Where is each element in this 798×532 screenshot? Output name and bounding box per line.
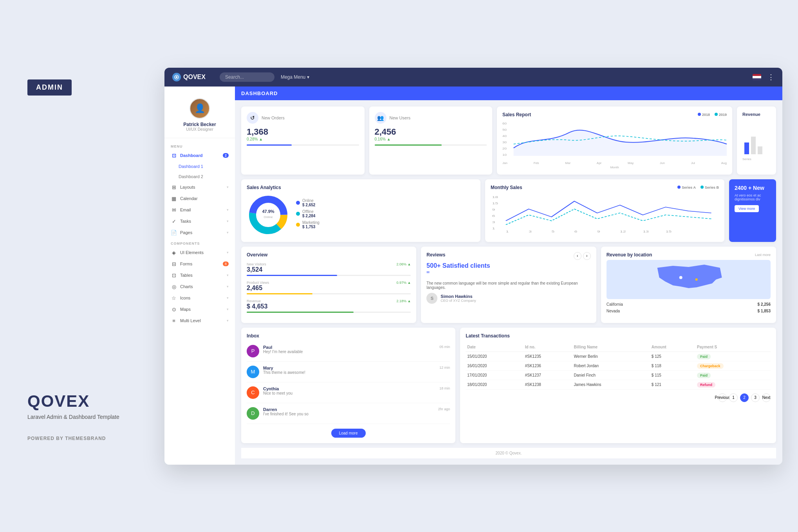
svg-text:20: 20 bbox=[502, 147, 507, 150]
location-california: California $ 2,256 bbox=[607, 302, 771, 307]
menu-section-label: MENU bbox=[164, 141, 235, 150]
sales-report-legend: 2018 2019 bbox=[698, 113, 727, 117]
sidebar-item-icons[interactable]: ☆ Icons ▾ bbox=[164, 292, 235, 304]
svg-text:9: 9 bbox=[492, 208, 495, 211]
svg-text:Online: Online bbox=[264, 215, 273, 219]
pagination-previous[interactable]: Previous bbox=[718, 393, 727, 402]
pagination-page-3[interactable]: 3 bbox=[751, 393, 760, 402]
new-users-card: 👥 New Users 2,456 0.16% ▲ bbox=[369, 106, 493, 175]
reviewer: S Simon Hawkins CEO of XYZ Company bbox=[426, 293, 590, 304]
sales-report-chart: 60 50 40 30 20 10 bbox=[502, 121, 727, 160]
sidebar-item-calendar[interactable]: ▦ Calendar bbox=[164, 193, 235, 204]
revenue-by-location-card: Revenue by location Last more bbox=[601, 247, 776, 323]
search-input[interactable] bbox=[220, 72, 274, 82]
brand-name: QOVEX bbox=[27, 392, 119, 411]
overview-new-visitors: New Visitors 2.06% ▲ 3,524 bbox=[247, 262, 411, 276]
tasks-icon: ✓ bbox=[171, 218, 177, 224]
new-orders-bar-track bbox=[247, 144, 359, 146]
promo-text: At vero eos et ac dignitissimos div bbox=[735, 193, 771, 201]
quote-icon: " bbox=[426, 269, 590, 280]
sidebar-item-pages[interactable]: 📄 Pages ▾ bbox=[164, 227, 235, 238]
inbox-avatar-cynthia: C bbox=[247, 386, 259, 399]
sales-month-label: Month bbox=[502, 166, 727, 169]
reviews-prev-button[interactable]: ‹ bbox=[574, 252, 581, 260]
location-nevada: Nevada $ 1,853 bbox=[607, 309, 771, 313]
sidebar-item-dashboard2[interactable]: Dashboard 2 bbox=[164, 171, 235, 182]
sidebar-item-email[interactable]: ✉ Email ▾ bbox=[164, 204, 235, 216]
mega-menu-button[interactable]: Mega Menu ▾ bbox=[281, 74, 309, 80]
top-nav: QOVEX Mega Menu ▾ ⋮ bbox=[164, 68, 782, 87]
promo-view-more-button[interactable]: View more bbox=[735, 205, 759, 212]
status-badge: Refund bbox=[697, 382, 715, 388]
new-orders-header: ↺ New Orders bbox=[247, 112, 359, 124]
location-title: Revenue by location bbox=[607, 252, 652, 258]
svg-rect-9 bbox=[758, 146, 762, 154]
layouts-icon: ⊞ bbox=[171, 184, 177, 190]
new-users-icon: 👥 bbox=[375, 112, 386, 124]
svg-text:47.9%: 47.9% bbox=[262, 209, 274, 214]
row-3: Overview New Visitors 2.06% ▲ 3,524 bbox=[241, 247, 776, 323]
sidebar-item-dashboard[interactable]: ⊡ Dashboard 2 bbox=[164, 150, 235, 161]
svg-text:1: 1 bbox=[492, 227, 495, 230]
row-4: Inbox P Paul Hey! I'm here available 05 … bbox=[241, 328, 776, 443]
analytics-title: Sales Analytics bbox=[247, 185, 475, 190]
pagination-next[interactable]: Next bbox=[762, 393, 771, 402]
map-placeholder bbox=[607, 260, 771, 299]
sidebar-item-tasks[interactable]: ✓ Tasks ▾ bbox=[164, 216, 235, 227]
user-role: UI/UX Designer bbox=[186, 127, 213, 132]
tables-icon: ⊡ bbox=[171, 272, 177, 278]
inbox-title: Inbox bbox=[247, 333, 450, 339]
sidebar-item-maps[interactable]: ⊙ Maps ▾ bbox=[164, 304, 235, 315]
charts-icon: ◎ bbox=[171, 284, 177, 290]
reviews-title: Reviews bbox=[426, 252, 445, 258]
col-billing: Billing Name bbox=[572, 343, 650, 352]
sidebar-item-charts[interactable]: ◎ Charts ▾ bbox=[164, 281, 235, 292]
dashboard-footer: 2020 © Qovex. bbox=[241, 448, 776, 458]
reviewer-title: CEO of XYZ Company bbox=[441, 299, 476, 303]
new-users-value: 2,456 bbox=[375, 127, 487, 137]
reviews-next-button[interactable]: › bbox=[583, 252, 591, 260]
sidebar-item-layouts[interactable]: ⊞ Layouts ▾ bbox=[164, 182, 235, 193]
bottom-left-text: QOVEX Laravel Admin & Dashboard Template… bbox=[27, 392, 119, 441]
inbox-item-cynthia: C Cynthia Nice to meet you 18 min bbox=[247, 382, 450, 403]
svg-text:12: 12 bbox=[620, 230, 626, 233]
revenue-series: Series bbox=[742, 157, 771, 161]
new-orders-value: 1,368 bbox=[247, 127, 359, 137]
icons-icon: ☆ bbox=[171, 295, 177, 301]
new-orders-change: 0.28% ▲ bbox=[247, 137, 359, 141]
pagination-page-2[interactable]: 2 bbox=[740, 393, 749, 402]
new-users-label: New Users bbox=[390, 115, 411, 120]
sidebar-item-dashboard1[interactable]: Dashboard 1 bbox=[164, 161, 235, 171]
transactions-card: Latest Transactions Date Id no. Billing … bbox=[460, 328, 776, 443]
load-more-button[interactable]: Load more bbox=[331, 429, 366, 438]
svg-text:3: 3 bbox=[529, 230, 532, 233]
sidebar: 👤 Patrick Becker UI/UX Designer MENU ⊡ D… bbox=[164, 87, 235, 465]
svg-text:1: 1 bbox=[506, 230, 509, 233]
sidebar-item-multilevel[interactable]: ≡ Multi Level ▾ bbox=[164, 315, 235, 326]
user-profile: 👤 Patrick Becker UI/UX Designer bbox=[164, 94, 235, 138]
svg-text:15: 15 bbox=[492, 202, 498, 205]
svg-rect-8 bbox=[751, 137, 756, 154]
svg-text:5: 5 bbox=[551, 230, 554, 233]
nav-dots[interactable]: ⋮ bbox=[767, 73, 775, 81]
svg-text:3: 3 bbox=[492, 220, 495, 224]
sidebar-item-forms[interactable]: ⊟ Forms 8 bbox=[164, 258, 235, 270]
sidebar-item-tables[interactable]: ⊡ Tables ▾ bbox=[164, 270, 235, 281]
overview-revenue: Revenue 2.18% ▲ $ 4,653 bbox=[247, 299, 411, 313]
new-users-change: 0.16% ▲ bbox=[375, 137, 487, 141]
pagination-page-1[interactable]: 1 bbox=[729, 393, 738, 402]
sidebar-item-ui-elements[interactable]: ◈ UI Elements ▾ bbox=[164, 247, 235, 258]
email-icon: ✉ bbox=[171, 207, 177, 213]
maps-icon: ⊙ bbox=[171, 307, 177, 312]
monthly-sales-card: Monthly Sales Series A Series B 18 15 9 … bbox=[485, 179, 724, 242]
monthly-sales-chart: 18 15 9 6 3 1 1 3 bbox=[491, 193, 719, 233]
reviews-card: Reviews ‹ › 500+ Satisfied clients " The… bbox=[421, 247, 596, 323]
forms-icon: ⊟ bbox=[171, 261, 177, 267]
col-status: Payment S bbox=[695, 343, 771, 352]
reviewer-avatar: S bbox=[426, 293, 437, 304]
status-badge: Chargeback bbox=[697, 363, 724, 369]
new-users-bar-track bbox=[375, 144, 487, 146]
admin-badge: ADMIN bbox=[27, 79, 72, 96]
overview-card: Overview New Visitors 2.06% ▲ 3,524 bbox=[241, 247, 416, 323]
svg-text:40: 40 bbox=[502, 134, 507, 137]
